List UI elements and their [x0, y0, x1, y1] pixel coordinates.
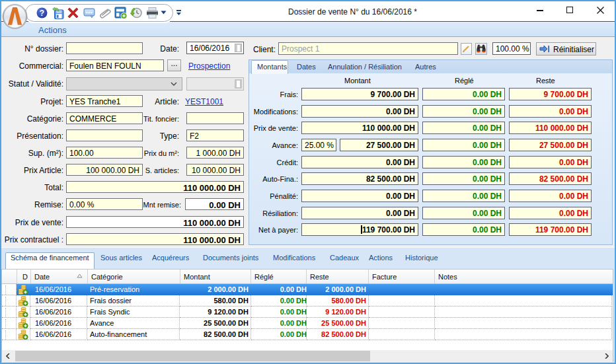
- svg-text:?: ?: [40, 9, 44, 18]
